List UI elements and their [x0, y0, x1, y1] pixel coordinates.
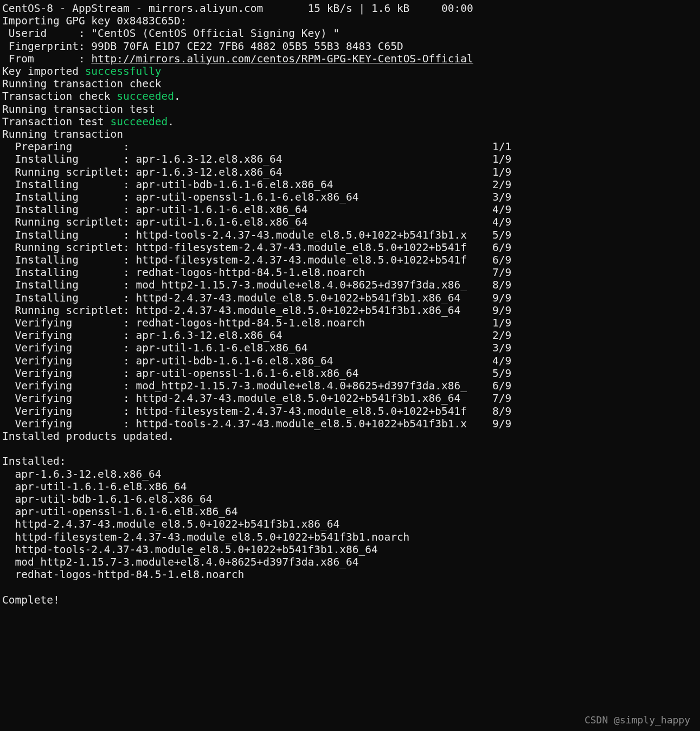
terminal-output: CentOS-8 - AppStream - mirrors.aliyun.co… — [0, 0, 700, 606]
